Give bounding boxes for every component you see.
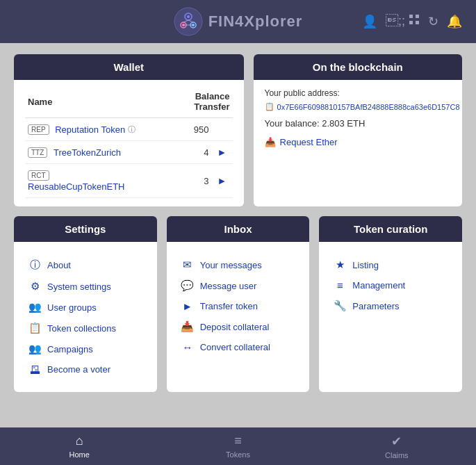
col-balance-transfer: Balance Transfer [154, 88, 232, 118]
person-icon[interactable]: 👤 [362, 14, 377, 29]
transfer-empty-0 [212, 118, 233, 141]
inbox-card: Inbox ✉ Your messages💬 Message user► Tra… [167, 216, 310, 392]
request-ether-button[interactable]: 📥 Request Ether [265, 137, 338, 147]
balance-display: Your balance: 2.803 ETH [265, 118, 451, 129]
settings-label-5: Become a voter [47, 364, 110, 375]
svg-rect-11 [416, 15, 419, 18]
home-icon: ⌂ [76, 434, 83, 448]
settings-item-4[interactable]: 👥 Campaigns [25, 338, 146, 359]
svg-rect-12 [409, 21, 413, 24]
svg-point-8 [182, 24, 185, 26]
token-badge-0: REP [28, 124, 49, 135]
bottom-nav: ⌂ Home ≡ Tokens ✔ Claims [0, 427, 476, 465]
settings-icon-3: 📋 [28, 322, 42, 334]
address-value: 0x7E66F6098810157BAfB24888E888ca63e6D157… [277, 103, 460, 111]
token-curation-item-0[interactable]: ★ Listing [330, 254, 451, 275]
settings-item-2[interactable]: 👥 User groups [25, 297, 146, 318]
token-name-2: RCT ReusableCupTokenETH [25, 164, 154, 198]
settings-icon-1: ⚙ [28, 280, 42, 293]
col-name: Name [25, 88, 154, 118]
top-row: Wallet Name Balance Transfer REP Reputat… [14, 54, 462, 206]
download-icon: 📥 [265, 137, 276, 147]
settings-item-0[interactable]: ⓘ About [25, 254, 146, 276]
nav-home[interactable]: ⌂ Home [0, 427, 158, 465]
token-curation-item-2[interactable]: 🔧 Parameters [330, 295, 451, 316]
settings-item-3[interactable]: 📋 Token collections [25, 318, 146, 338]
inbox-item-2[interactable]: ► Transfer token [178, 296, 299, 316]
nav-home-label: Home [69, 450, 89, 459]
inbox-icon-1: 💬 [181, 279, 195, 292]
token-link-2[interactable]: ReusableCupTokenETH [28, 181, 124, 192]
settings-item-5[interactable]: 🗳 Become a voter [25, 359, 146, 380]
tc-label-0: Listing [352, 260, 379, 270]
inbox-card-body: ✉ Your messages💬 Message user► Transfer … [167, 242, 310, 370]
token-curation-list: ★ Listing≡ Management🔧 Parameters [330, 250, 451, 320]
balance-val-2: 3 [154, 164, 211, 198]
token-link-1[interactable]: TreeTokenZurich [54, 147, 121, 158]
svg-point-0 [174, 8, 202, 35]
wallet-row-2: RCT ReusableCupTokenETH 3 ► [25, 164, 233, 198]
wallet-table: Name Balance Transfer REP Reputation Tok… [25, 88, 233, 198]
token-curation-card-header: Token curation [319, 216, 462, 242]
svg-point-9 [192, 24, 195, 26]
bottom-row: Settings ⓘ About⚙ System settings👥 User … [14, 216, 462, 392]
blockchain-card-body: Your public address: 📋 0x7E66F6098810157… [254, 80, 462, 156]
tc-icon-0: ★ [333, 259, 347, 271]
token-curation-card: Token curation ★ Listing≡ Management🔧 Pa… [319, 216, 462, 392]
settings-card: Settings ⓘ About⚙ System settings👥 User … [14, 216, 157, 392]
inbox-label-3: Deposit collateral [200, 322, 270, 332]
nav-tokens-label: Tokens [226, 450, 250, 459]
tc-label-2: Parameters [352, 301, 399, 311]
settings-label-1: System settings [47, 282, 111, 292]
bell-icon[interactable]: 🔔 [447, 14, 462, 29]
token-curation-item-1[interactable]: ≡ Management [330, 275, 451, 295]
svg-rect-10 [409, 15, 413, 18]
balance-val-0: 950 [154, 118, 211, 141]
blockchain-address-link[interactable]: 📋 0x7E66F6098810157BAfB24888E888ca63e6D1… [265, 102, 451, 111]
settings-card-header: Settings [14, 216, 157, 242]
transfer-btn-2[interactable]: ► [212, 164, 233, 198]
blockchain-card: On the blockchain Your public address: 📋… [254, 54, 462, 206]
wallet-row-0: REP Reputation Token ⓘ 950 [25, 118, 233, 141]
inbox-icon-0: ✉ [181, 259, 195, 271]
inbox-item-0[interactable]: ✉ Your messages [178, 254, 299, 275]
wallet-row-1: TTZ TreeTokenZurich 4 ► [25, 141, 233, 164]
tc-label-1: Management [352, 280, 405, 291]
token-curation-card-body: ★ Listing≡ Management🔧 Parameters [319, 242, 462, 329]
tokens-icon: ≡ [234, 434, 242, 448]
transfer-btn-1[interactable]: ► [212, 141, 233, 164]
wallet-card-body: Name Balance Transfer REP Reputation Tok… [14, 80, 244, 206]
inbox-label-4: Convert collateral [200, 342, 270, 352]
inbox-label-0: Your messages [200, 260, 262, 270]
token-badge-2: RCT [28, 170, 49, 181]
inbox-list: ✉ Your messages💬 Message user► Transfer … [178, 250, 299, 361]
inbox-label-1: Message user [200, 281, 257, 291]
tc-icon-2: 🔧 [333, 300, 347, 312]
inbox-item-4[interactable]: ↔ Convert collateral [178, 337, 299, 357]
settings-item-1[interactable]: ⚙ System settings [25, 276, 146, 297]
refresh-icon[interactable]: ↻ [428, 14, 438, 29]
inbox-item-1[interactable]: 💬 Message user [178, 275, 299, 296]
tc-icon-1: ≡ [333, 279, 347, 291]
grid-icon[interactable]: ;; [386, 14, 420, 29]
address-label: Your public address: [265, 88, 451, 98]
token-link-0[interactable]: Reputation Token [55, 124, 125, 135]
settings-label-0: About [47, 260, 71, 270]
inbox-item-3[interactable]: 📥 Deposit collateral [178, 316, 299, 337]
inbox-card-header: Inbox [167, 216, 310, 242]
claims-icon: ✔ [391, 434, 402, 449]
balance-val-1: 4 [154, 141, 211, 164]
logo: FIN4Xplorer [174, 7, 303, 36]
settings-icon-0: ⓘ [28, 259, 42, 272]
settings-card-body: ⓘ About⚙ System settings👥 User groups📋 T… [14, 242, 157, 392]
inbox-icon-3: 📥 [181, 320, 195, 333]
nav-claims[interactable]: ✔ Claims [318, 427, 476, 465]
app-title: FIN4Xplorer [208, 13, 303, 31]
nav-tokens[interactable]: ≡ Tokens [158, 427, 317, 465]
wallet-card: Wallet Name Balance Transfer REP Reputat… [14, 54, 244, 206]
wallet-card-header: Wallet [14, 54, 244, 80]
token-badge-1: TTZ [28, 147, 47, 158]
copy-icon: 📋 [265, 102, 274, 111]
settings-icon-5: 🗳 [28, 364, 42, 375]
logo-icon [174, 7, 203, 36]
